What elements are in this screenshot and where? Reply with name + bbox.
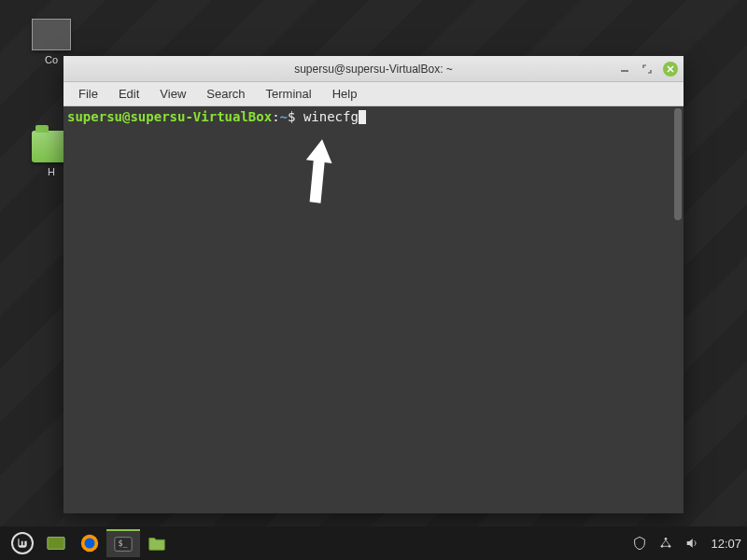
window-title: supersu@supersu-VirtualBox: ~ — [294, 63, 453, 76]
taskbar: $_ 12:07 — [0, 526, 747, 560]
terminal-window: supersu@supersu-VirtualBox: ~ File Edit … — [63, 56, 684, 513]
terminal-body[interactable]: supersu@supersu-VirtualBox:~$ winecfg — [63, 106, 684, 513]
mint-logo-icon — [11, 532, 34, 554]
svg-text:$_: $_ — [119, 539, 128, 548]
terminal-prompt-line: supersu@supersu-VirtualBox:~$ winecfg — [67, 108, 680, 125]
svg-point-5 — [85, 539, 95, 549]
taskbar-files[interactable] — [140, 529, 174, 557]
svg-point-8 — [665, 538, 668, 540]
start-menu-button[interactable] — [6, 529, 39, 557]
terminal-menubar: File Edit View Search Terminal Help — [63, 82, 684, 106]
computer-icon — [32, 19, 71, 50]
tray-shield-icon[interactable] — [632, 536, 647, 551]
window-titlebar[interactable]: supersu@supersu-VirtualBox: ~ — [63, 56, 684, 82]
firefox-icon — [79, 533, 100, 553]
maximize-button[interactable] — [641, 63, 654, 76]
prompt-separator: : — [272, 109, 279, 124]
menu-help[interactable]: Help — [323, 84, 367, 104]
menu-terminal[interactable]: Terminal — [257, 84, 321, 104]
folder-icon — [147, 533, 167, 553]
prompt-path: ~ — [280, 109, 288, 124]
taskbar-firefox[interactable] — [73, 529, 106, 557]
menu-view[interactable]: View — [150, 84, 195, 104]
terminal-icon: $_ — [113, 534, 134, 554]
taskbar-terminal[interactable]: $_ — [106, 529, 140, 557]
terminal-cursor — [359, 110, 366, 124]
close-button[interactable] — [663, 62, 678, 77]
desktop-icon — [46, 533, 66, 553]
taskbar-show-desktop[interactable] — [39, 529, 73, 557]
terminal-scrollbar[interactable] — [674, 108, 682, 220]
minimize-button[interactable] — [618, 63, 631, 76]
tray-volume-icon[interactable] — [684, 536, 699, 551]
menu-search[interactable]: Search — [197, 84, 254, 104]
svg-rect-3 — [48, 538, 64, 550]
tray-network-icon[interactable] — [658, 536, 673, 551]
prompt-symbol: $ — [288, 109, 295, 124]
prompt-user-host: supersu@supersu-VirtualBox — [67, 109, 272, 124]
menu-file[interactable]: File — [69, 84, 107, 104]
prompt-command: winecfg — [303, 109, 359, 124]
menu-edit[interactable]: Edit — [109, 84, 148, 104]
taskbar-clock[interactable]: 12:07 — [711, 537, 741, 551]
